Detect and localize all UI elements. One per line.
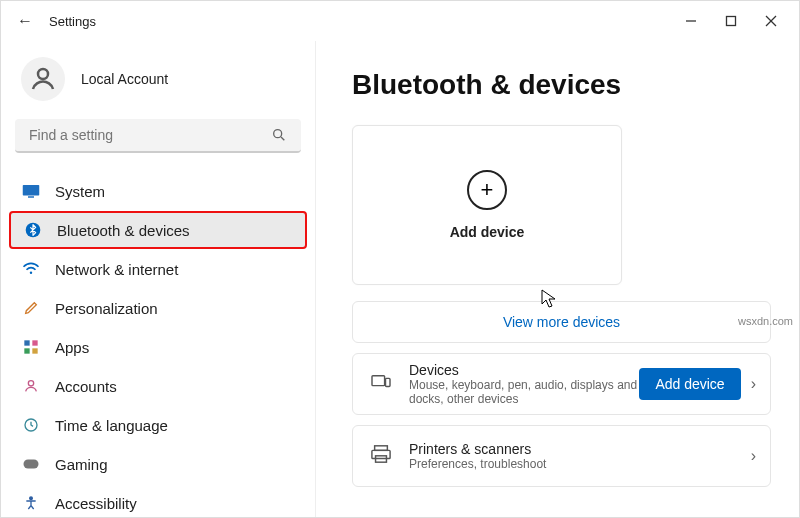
svg-point-10: [30, 272, 32, 274]
bluetooth-icon: [23, 220, 43, 240]
profile-block[interactable]: Local Account: [1, 53, 315, 119]
close-button[interactable]: [751, 5, 791, 37]
svg-rect-8: [28, 196, 34, 198]
minimize-icon: [685, 15, 697, 27]
chevron-right-icon: ›: [751, 375, 756, 393]
svg-rect-14: [32, 348, 37, 353]
row-title: Devices: [409, 362, 639, 378]
accounts-icon: [21, 376, 41, 396]
avatar-icon: [21, 57, 65, 101]
apps-icon: [21, 337, 41, 357]
nav-label: Accounts: [55, 378, 117, 395]
svg-rect-7: [23, 185, 40, 196]
svg-rect-17: [24, 460, 39, 469]
nav-label: Accessibility: [55, 495, 137, 512]
search-wrap: [1, 119, 315, 167]
printers-scanners-row[interactable]: Printers & scanners Preferences, trouble…: [352, 425, 771, 487]
titlebar: ← Settings: [1, 1, 799, 41]
svg-point-15: [28, 381, 33, 386]
nav-gaming[interactable]: Gaming: [9, 445, 307, 483]
minimize-button[interactable]: [671, 5, 711, 37]
system-icon: [21, 181, 41, 201]
nav-network[interactable]: Network & internet: [9, 250, 307, 288]
add-device-card[interactable]: + Add device: [352, 125, 622, 285]
window-controls: [671, 5, 791, 37]
row-title: Printers & scanners: [409, 441, 751, 457]
nav-label: System: [55, 183, 105, 200]
nav-label: Gaming: [55, 456, 108, 473]
page-title: Bluetooth & devices: [352, 69, 771, 101]
gaming-icon: [21, 454, 41, 474]
row-subtitle: Mouse, keyboard, pen, audio, displays an…: [409, 378, 639, 406]
close-icon: [765, 15, 777, 27]
watermark: wsxdn.com: [738, 315, 793, 327]
view-more-devices-button[interactable]: View more devices: [352, 301, 771, 343]
brush-icon: [21, 298, 41, 318]
nav-list: System Bluetooth & devices Network & int…: [1, 167, 315, 517]
maximize-icon: [725, 15, 737, 27]
svg-rect-13: [24, 348, 29, 353]
add-device-button[interactable]: Add device: [639, 368, 740, 400]
devices-row-text: Devices Mouse, keyboard, pen, audio, dis…: [409, 362, 639, 406]
maximize-button[interactable]: [711, 5, 751, 37]
add-device-label: Add device: [450, 224, 525, 240]
svg-point-18: [30, 497, 33, 500]
back-button[interactable]: ←: [9, 5, 41, 37]
svg-rect-19: [372, 376, 385, 386]
add-icon: +: [467, 170, 507, 210]
nav-accounts[interactable]: Accounts: [9, 367, 307, 405]
printer-icon: [367, 444, 395, 468]
window-title: Settings: [49, 14, 96, 29]
svg-rect-20: [386, 378, 391, 386]
profile-name: Local Account: [81, 71, 168, 87]
svg-rect-11: [24, 340, 29, 345]
devices-row[interactable]: Devices Mouse, keyboard, pen, audio, dis…: [352, 353, 771, 415]
svg-rect-22: [372, 450, 390, 458]
chevron-right-icon: ›: [751, 447, 756, 465]
svg-point-4: [38, 69, 48, 79]
accessibility-icon: [21, 493, 41, 513]
nav-label: Personalization: [55, 300, 158, 317]
devices-icon: [367, 373, 395, 395]
svg-rect-1: [727, 17, 736, 26]
wifi-icon: [21, 259, 41, 279]
row-subtitle: Preferences, troubleshoot: [409, 457, 751, 471]
nav-personalization[interactable]: Personalization: [9, 289, 307, 327]
sidebar: Local Account System Bluetooth & devices: [1, 41, 316, 517]
nav-label: Apps: [55, 339, 89, 356]
main-content: Bluetooth & devices + Add device View mo…: [316, 41, 799, 517]
svg-rect-12: [32, 340, 37, 345]
nav-bluetooth-devices[interactable]: Bluetooth & devices: [9, 211, 307, 249]
clock-icon: [21, 415, 41, 435]
nav-apps[interactable]: Apps: [9, 328, 307, 366]
printers-row-text: Printers & scanners Preferences, trouble…: [409, 441, 751, 471]
search-input[interactable]: [15, 119, 301, 153]
nav-system[interactable]: System: [9, 172, 307, 210]
nav-label: Network & internet: [55, 261, 178, 278]
nav-time-language[interactable]: Time & language: [9, 406, 307, 444]
nav-label: Bluetooth & devices: [57, 222, 190, 239]
nav-accessibility[interactable]: Accessibility: [9, 484, 307, 517]
nav-label: Time & language: [55, 417, 168, 434]
arrow-left-icon: ←: [17, 12, 33, 30]
